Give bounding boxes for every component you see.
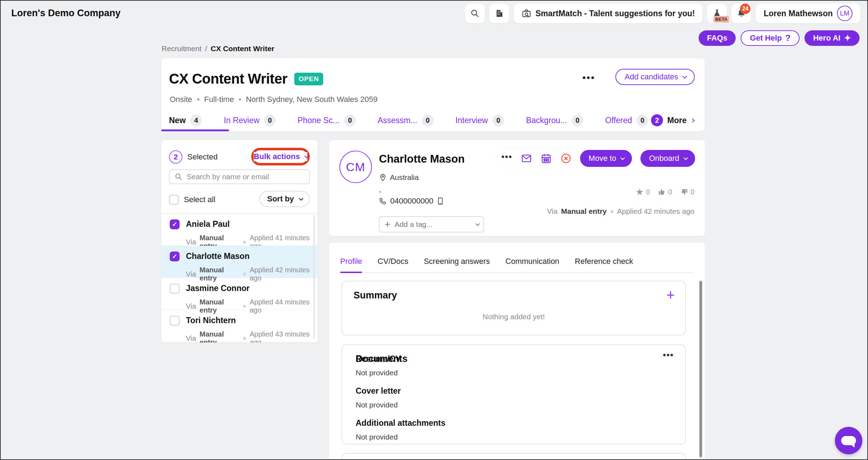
- applied-label: Applied 43 minutes ago: [249, 330, 318, 343]
- stage-tab-offered[interactable]: Offered 0: [605, 115, 648, 126]
- candidate-checkbox[interactable]: ✓: [170, 219, 180, 229]
- documents-more-button[interactable]: •••: [663, 350, 674, 360]
- more-stages-button[interactable]: 2 More: [651, 114, 694, 126]
- search-icon: [470, 9, 480, 18]
- detail-scrollbar[interactable]: [699, 281, 702, 459]
- job-type: Full-time: [204, 95, 234, 104]
- stage-tab-new[interactable]: New 4: [169, 115, 202, 126]
- pipeline-stage-tabs: New 4 In Review 0 Phone Sc... 0 Assessm.…: [161, 109, 705, 131]
- chevron-down-icon: [682, 74, 687, 79]
- stage-tab-assessment[interactable]: Assessm... 0: [378, 115, 433, 126]
- tab-communication[interactable]: Communication: [505, 257, 559, 272]
- notifications-button[interactable]: 24: [731, 4, 751, 23]
- sort-by-button[interactable]: Sort by: [259, 191, 310, 207]
- organisation-button[interactable]: [489, 4, 509, 23]
- dot-separator: [610, 210, 614, 213]
- candidate-checkbox[interactable]: ✓: [170, 252, 180, 261]
- reject-icon[interactable]: [560, 153, 572, 164]
- app-window: Loren's Demo Company SmartMatch - Talent…: [0, 0, 868, 460]
- question-mark-icon: ?: [785, 33, 791, 43]
- select-all-checkbox[interactable]: [169, 195, 179, 205]
- email-icon[interactable]: [521, 153, 532, 164]
- candidate-name: Aniela Paul: [186, 219, 318, 229]
- dot-separator: [243, 241, 246, 244]
- candidate-search-field[interactable]: [169, 169, 310, 184]
- chevron-down-icon: [621, 156, 625, 160]
- select-all-label: Select all: [184, 195, 215, 204]
- hero-ai-button[interactable]: Hero AI ✦: [804, 30, 860, 46]
- add-candidates-button[interactable]: Add candidates: [615, 69, 695, 85]
- dot-separator: [239, 98, 241, 101]
- candidate-row-jasmine-connor[interactable]: Jasmine Connor Via Manual entry Applied …: [161, 278, 318, 310]
- candidate-name: Tori Nichtern: [186, 316, 318, 325]
- building-icon: [495, 9, 504, 18]
- candidate-phone: 0400000000: [390, 196, 433, 206]
- tab-profile[interactable]: Profile: [340, 257, 362, 272]
- sort-by-label: Sort by: [267, 194, 294, 204]
- via-label: Via: [186, 270, 196, 278]
- tab-reference-check[interactable]: Reference check: [575, 257, 633, 272]
- stage-tab-interview[interactable]: Interview 0: [456, 115, 504, 126]
- get-help-button[interactable]: Get Help ?: [741, 30, 800, 46]
- more-actions-button[interactable]: •••: [501, 157, 512, 160]
- smartmatch-label: SmartMatch - Talent suggestions for you!: [536, 9, 695, 18]
- candidate-row-aniela-paul[interactable]: ✓ Aniela Paul Via Manual entry Applied 4…: [161, 214, 318, 246]
- breadcrumb-section[interactable]: Recruitment: [162, 44, 201, 53]
- user-menu-button[interactable]: Loren Mathewson LM: [756, 4, 860, 23]
- stage-count-badge: 4: [190, 115, 202, 126]
- candidate-email: -: [379, 187, 381, 196]
- source-label: Manual entry: [200, 330, 240, 343]
- labs-button[interactable]: BETA: [707, 4, 727, 23]
- stage-tab-phone-screen[interactable]: Phone Sc... 0: [297, 115, 356, 126]
- candidate-list: ✓ Aniela Paul Via Manual entry Applied 4…: [161, 214, 318, 343]
- job-more-actions-button[interactable]: •••: [583, 72, 595, 83]
- candidate-row-tori-nichtern[interactable]: Tori Nichtern Via Manual entry Applied 4…: [161, 310, 318, 342]
- candidate-row-charlotte-mason[interactable]: ✓ Charlotte Mason Via Manual entry Appli…: [161, 246, 318, 278]
- onboard-button[interactable]: Onboard: [640, 150, 695, 167]
- move-to-label: Move to: [589, 154, 616, 163]
- help-buttons: FAQs Get Help ? Hero AI ✦: [699, 30, 860, 46]
- star-rating[interactable]: ★ 0: [635, 187, 650, 196]
- scrollbar-thumb[interactable]: [699, 281, 702, 457]
- tab-cv-docs[interactable]: CV/Docs: [378, 257, 408, 272]
- chevron-down-icon: [304, 154, 309, 158]
- stage-tab-in-review[interactable]: In Review 0: [224, 115, 276, 126]
- documents-title: Documents: [356, 353, 408, 364]
- tab-screening-answers[interactable]: Screening answers: [424, 257, 490, 272]
- move-to-button[interactable]: Move to: [580, 150, 632, 167]
- user-name: Loren Mathewson: [764, 9, 833, 18]
- more-stages-count-badge: 2: [651, 114, 663, 126]
- document-label: Cover letter: [356, 386, 685, 396]
- candidate-checkbox[interactable]: [170, 316, 180, 326]
- star-count: 0: [646, 188, 650, 196]
- faqs-label: FAQs: [707, 34, 727, 43]
- summary-card: Summary + Nothing added yet!: [342, 281, 686, 335]
- beta-badge: BETA: [713, 16, 729, 23]
- document-value: Not provided: [356, 433, 685, 441]
- chat-launcher-button[interactable]: [835, 427, 862, 454]
- bulk-actions-button[interactable]: Bulk actions: [254, 152, 307, 161]
- dot-separator: [243, 273, 246, 276]
- stage-tab-background[interactable]: Backgrou... 0: [526, 115, 583, 126]
- source-label: Manual entry: [561, 207, 607, 216]
- search-input[interactable]: [187, 172, 304, 181]
- candidate-avatar: CM: [339, 151, 372, 183]
- dot-separator: [197, 98, 199, 101]
- star-icon: ★: [635, 187, 644, 196]
- candidate-actions-bar: ••• Move to Onboard: [496, 149, 697, 168]
- faqs-button[interactable]: FAQs: [699, 30, 736, 46]
- candidate-checkbox[interactable]: [170, 284, 180, 293]
- selected-count-badge: 2: [169, 150, 182, 164]
- add-tag-field[interactable]: + Add a tag...: [379, 216, 484, 232]
- calendar-icon[interactable]: [541, 153, 552, 164]
- thumbs-up-rating[interactable]: 0: [658, 188, 672, 196]
- breadcrumb-current: CX Content Writer: [211, 44, 274, 53]
- add-summary-button[interactable]: +: [667, 288, 675, 302]
- onboard-label: Onboard: [649, 154, 679, 163]
- plus-icon: +: [385, 219, 390, 230]
- thumbs-down-rating[interactable]: 0: [680, 188, 694, 196]
- smartmatch-button[interactable]: SmartMatch - Talent suggestions for you!: [514, 4, 703, 23]
- list-scrollbar[interactable]: [313, 215, 315, 339]
- search-button[interactable]: [465, 4, 485, 23]
- stage-count-badge: 0: [637, 115, 648, 126]
